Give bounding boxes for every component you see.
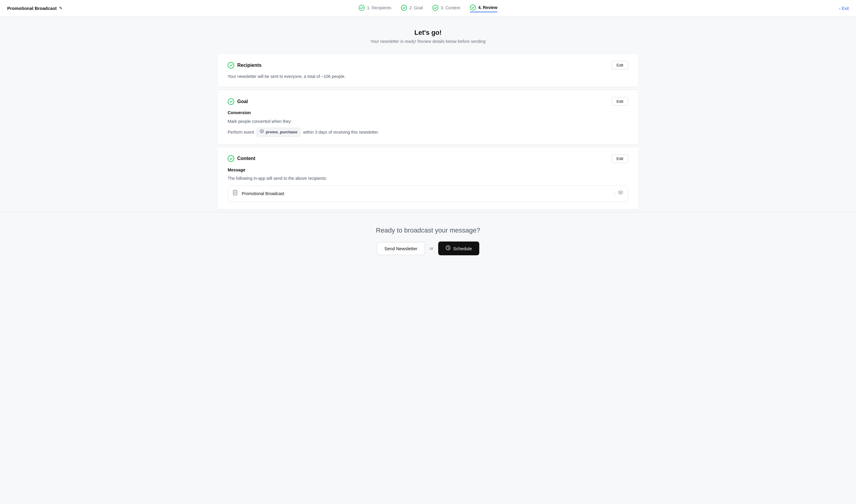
goal-title-row: Goal bbox=[228, 98, 248, 105]
content-section-title: Content bbox=[237, 156, 255, 161]
recipients-check-icon bbox=[228, 62, 234, 69]
content-body: Message The following in-app will send t… bbox=[228, 167, 628, 202]
recipients-section: Recipients Edit Your newsletter will be … bbox=[218, 53, 638, 87]
step-goal[interactable]: 2. Goal bbox=[401, 5, 423, 12]
recipients-title-row: Recipients bbox=[228, 62, 261, 69]
message-dots: · bbox=[614, 190, 615, 197]
content-check-icon bbox=[228, 155, 234, 162]
content-title-row: Content bbox=[228, 155, 255, 162]
event-tag-icon bbox=[260, 129, 264, 135]
main-content: Recipients Edit Your newsletter will be … bbox=[218, 53, 638, 210]
recipients-edit-button[interactable]: Edit bbox=[612, 61, 628, 70]
content-edit-button[interactable]: Edit bbox=[612, 154, 628, 163]
edit-title-icon[interactable]: ✎ bbox=[59, 6, 63, 11]
goal-body: Conversion Mark people converted when th… bbox=[228, 109, 628, 137]
cta-buttons: Send Newsletter or Schedule bbox=[7, 241, 849, 255]
step-review[interactable]: 4. Review bbox=[470, 4, 497, 12]
step-content[interactable]: 3. Content bbox=[432, 5, 460, 12]
message-card: Promotional Broadcast · bbox=[228, 185, 628, 202]
event-tag: promo_purchase bbox=[256, 128, 301, 137]
goal-section: Goal Edit Conversion Mark people convert… bbox=[218, 90, 638, 144]
message-name: Promotional Broadcast bbox=[242, 190, 284, 197]
message-card-left: Promotional Broadcast bbox=[233, 190, 284, 198]
conversion-label: Conversion bbox=[228, 109, 628, 116]
conversion-desc: Mark people converted when they: bbox=[228, 118, 628, 125]
goal-edit-button[interactable]: Edit bbox=[612, 97, 628, 106]
recipients-description: Your newsletter will be sent to everyone… bbox=[228, 73, 628, 80]
step-goal-label: 2. Goal bbox=[409, 5, 423, 10]
schedule-clock-icon bbox=[445, 245, 451, 252]
header: Promotional Broadcast ✎ 1. Recipients 2.… bbox=[0, 0, 856, 17]
perform-event-row: Perform event promo_purchase within 3 da… bbox=[228, 128, 628, 137]
steps-navigation: 1. Recipients 2. Goal 3. Content bbox=[359, 4, 498, 12]
step-recipients-check bbox=[359, 5, 365, 11]
content-section-header: Content Edit bbox=[228, 154, 628, 163]
bottom-cta-section: Ready to broadcast your message? Send Ne… bbox=[0, 212, 856, 270]
schedule-button-label: Schedule bbox=[453, 246, 472, 251]
hero-title: Let's go! bbox=[7, 29, 849, 37]
goal-check-icon bbox=[228, 98, 234, 105]
send-newsletter-button[interactable]: Send Newsletter bbox=[377, 242, 425, 255]
message-layers-icon bbox=[618, 190, 623, 197]
recipients-body: Your newsletter will be sent to everyone… bbox=[228, 73, 628, 80]
goal-section-title: Goal bbox=[237, 99, 248, 104]
step-review-check bbox=[470, 4, 476, 11]
exit-link[interactable]: ‹ Exit bbox=[839, 6, 849, 11]
hero-subtitle: Your newsletter is ready! Review details… bbox=[7, 39, 849, 44]
message-document-icon bbox=[233, 190, 238, 198]
step-recipients-label: 1. Recipients bbox=[367, 5, 391, 10]
hero-section: Let's go! Your newsletter is ready! Revi… bbox=[0, 17, 856, 53]
step-content-check bbox=[432, 5, 439, 11]
goal-section-header: Goal Edit bbox=[228, 97, 628, 106]
step-goal-check bbox=[401, 5, 407, 11]
recipients-section-header: Recipients Edit bbox=[228, 61, 628, 70]
event-name: promo_purchase bbox=[266, 129, 297, 136]
message-card-right: · bbox=[614, 190, 623, 197]
app-title-bar: Promotional Broadcast ✎ bbox=[7, 6, 67, 11]
content-section: Content Edit Message The following in-ap… bbox=[218, 147, 638, 210]
step-recipients[interactable]: 1. Recipients bbox=[359, 5, 391, 12]
step-content-label: 3. Content bbox=[441, 5, 460, 10]
recipients-section-title: Recipients bbox=[237, 62, 261, 68]
bottom-cta-title: Ready to broadcast your message? bbox=[7, 227, 849, 234]
message-label: Message bbox=[228, 167, 628, 173]
perform-event-suffix: within 3 days of receiving this newslett… bbox=[303, 129, 379, 136]
app-title: Promotional Broadcast bbox=[7, 6, 57, 11]
schedule-button[interactable]: Schedule bbox=[438, 241, 479, 255]
exit-chevron-icon: ‹ bbox=[839, 6, 841, 11]
or-text: or bbox=[430, 246, 433, 251]
perform-event-prefix: Perform event bbox=[228, 129, 254, 136]
message-desc: The following in-app will send to the ab… bbox=[228, 175, 628, 182]
step-review-label: 4. Review bbox=[478, 5, 497, 10]
